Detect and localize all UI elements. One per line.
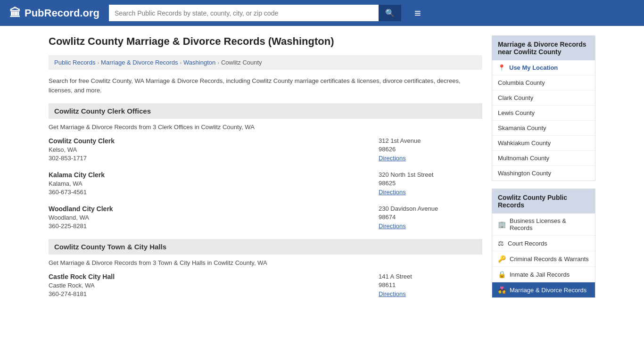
page-title: Cowlitz County Marriage & Divorce Record… xyxy=(49,35,482,48)
office-address-3: 230 Davidson Avenue xyxy=(379,205,482,212)
inmate-label: Inmate & Jail Records xyxy=(510,271,570,278)
clerk-section-desc: Get Marriage & Divorce Records from 3 Cl… xyxy=(49,123,482,131)
business-icon: 🏢 xyxy=(498,221,506,228)
sidebar-item-business-licenses[interactable]: 🏢 Business Licenses & Records xyxy=(492,214,595,236)
sidebar-county-clark[interactable]: Clark County xyxy=(492,90,595,106)
sidebar-county-multnomah[interactable]: Multnomah County xyxy=(492,151,595,166)
county-label-clark: Clark County xyxy=(498,94,533,101)
breadcrumb-public-records[interactable]: Public Records xyxy=(54,59,95,66)
sidebar-county-washington[interactable]: Washington County xyxy=(492,166,595,181)
office-entry-cowlitz-clerk: Cowlitz County Clerk Kelso, WA 302-853-1… xyxy=(49,137,482,162)
office-city-3: Woodland, WA xyxy=(49,214,369,221)
office-zip-3: 98674 xyxy=(379,214,482,221)
breadcrumb-cowlitz: Cowlitz County xyxy=(221,59,262,66)
cityhall-section-desc: Get Marriage & Divorce Records from 3 To… xyxy=(49,259,482,266)
office-entry-woodland-clerk: Woodland City Clerk Woodland, WA 360-225… xyxy=(49,205,482,230)
office-zip-2: 98625 xyxy=(379,180,482,187)
clerk-section-header: Cowlitz County Clerk Offices xyxy=(49,103,482,119)
office-right-2: 320 North 1st Street 98625 Directions xyxy=(379,171,482,196)
breadcrumb: Public Records › Marriage & Divorce Reco… xyxy=(49,55,482,70)
court-icon: ⚖ xyxy=(498,239,504,247)
menu-icon: ≡ xyxy=(414,7,421,19)
inmate-icon: 🔒 xyxy=(498,271,506,278)
sidebar-nearby-box: Marriage & Divorce Records near Cowlitz … xyxy=(492,35,595,181)
page-description: Search for free Cowlitz County, WA Marri… xyxy=(49,76,482,95)
criminal-icon: 🔑 xyxy=(498,255,506,263)
logo[interactable]: 🏛 PubRecord.org xyxy=(9,7,99,20)
marriage-icon: 💑 xyxy=(498,286,506,294)
county-label-columbia: Columbia County xyxy=(498,79,545,86)
breadcrumb-sep-1: › xyxy=(97,60,99,66)
sidebar-county-wahkiakum[interactable]: Wahkiakum County xyxy=(492,136,595,151)
breadcrumb-marriage-divorce[interactable]: Marriage & Divorce Records xyxy=(101,59,178,66)
breadcrumb-sep-3: › xyxy=(217,60,219,66)
office-phone-1: 302-853-1717 xyxy=(49,155,369,162)
location-icon: 📍 xyxy=(498,64,505,71)
office-name-2: Kalama City Clerk xyxy=(49,171,369,179)
search-icon: 🔍 xyxy=(385,9,395,17)
office-address-2: 320 North 1st Street xyxy=(379,171,482,178)
office-entry-kalama-clerk: Kalama City Clerk Kalama, WA 360-673-456… xyxy=(49,171,482,196)
office-address-1: 312 1st Avenue xyxy=(379,137,482,144)
office-left-2: Kalama City Clerk Kalama, WA 360-673-456… xyxy=(49,171,369,196)
sidebar-county-columbia[interactable]: Columbia County xyxy=(492,75,595,90)
office-left-1: Cowlitz County Clerk Kelso, WA 302-853-1… xyxy=(49,137,369,162)
office-zip-ch1: 98611 xyxy=(379,281,482,288)
office-right-3: 230 Davidson Avenue 98674 Directions xyxy=(379,205,482,230)
county-label-lewis: Lewis County xyxy=(498,109,535,116)
office-name-ch1: Castle Rock City Hall xyxy=(49,273,369,280)
county-label-washington: Washington County xyxy=(498,170,551,177)
site-header: 🏛 PubRecord.org 🔍 ≡ xyxy=(0,0,644,26)
logo-text: PubRecord.org xyxy=(25,7,99,19)
office-right-1: 312 1st Avenue 98626 Directions xyxy=(379,137,482,162)
use-location-label: Use My Location xyxy=(509,64,558,71)
directions-link-ch1[interactable]: Directions xyxy=(379,290,406,297)
office-entry-castle-rock: Castle Rock City Hall Castle Rock, WA 36… xyxy=(49,273,482,297)
county-label-skamania: Skamania County xyxy=(498,124,546,132)
office-phone-ch1: 360-274-8181 xyxy=(49,290,369,297)
court-label: Court Records xyxy=(508,240,547,247)
breadcrumb-washington[interactable]: Washington xyxy=(183,59,215,66)
sidebar-public-records-box: Cowlitz County Public Records 🏢 Business… xyxy=(492,189,595,298)
sidebar-item-inmate-records[interactable]: 🔒 Inmate & Jail Records xyxy=(492,267,595,282)
sidebar-item-criminal-records[interactable]: 🔑 Criminal Records & Warrants xyxy=(492,251,595,267)
directions-link-1[interactable]: Directions xyxy=(379,155,406,162)
sidebar-item-marriage-divorce[interactable]: 💑 Marriage & Divorce Records xyxy=(492,282,595,297)
sidebar-public-records-title: Cowlitz County Public Records xyxy=(492,189,595,214)
office-right-ch1: 141 A Street 98611 Directions xyxy=(379,273,482,297)
logo-icon: 🏛 xyxy=(9,7,21,20)
office-address-ch1: 141 A Street xyxy=(379,273,482,280)
marriage-label: Marriage & Divorce Records xyxy=(510,287,586,294)
county-label-wahkiakum: Wahkiakum County xyxy=(498,140,551,147)
office-phone-3: 360-225-8281 xyxy=(49,222,369,230)
cityhall-section-header: Cowlitz County Town & City Halls xyxy=(49,239,482,255)
main-container: Cowlitz County Marriage & Divorce Record… xyxy=(39,26,605,316)
office-name-3: Woodland City Clerk xyxy=(49,205,369,213)
search-button[interactable]: 🔍 xyxy=(379,5,401,21)
sidebar-nearby-title: Marriage & Divorce Records near Cowlitz … xyxy=(492,36,595,60)
office-city-1: Kelso, WA xyxy=(49,146,369,153)
office-phone-2: 360-673-4561 xyxy=(49,189,369,196)
directions-link-2[interactable]: Directions xyxy=(379,189,406,196)
sidebar-county-lewis[interactable]: Lewis County xyxy=(492,106,595,121)
breadcrumb-sep-2: › xyxy=(180,60,182,66)
search-bar: 🔍 xyxy=(109,5,401,21)
content-area: Cowlitz County Marriage & Divorce Record… xyxy=(49,35,482,307)
office-left-3: Woodland City Clerk Woodland, WA 360-225… xyxy=(49,205,369,230)
sidebar: Marriage & Divorce Records near Cowlitz … xyxy=(492,35,595,307)
menu-button[interactable]: ≡ xyxy=(414,7,421,20)
directions-link-3[interactable]: Directions xyxy=(379,222,406,230)
office-left-ch1: Castle Rock City Hall Castle Rock, WA 36… xyxy=(49,273,369,297)
sidebar-county-skamania[interactable]: Skamania County xyxy=(492,121,595,136)
sidebar-item-court-records[interactable]: ⚖ Court Records xyxy=(492,236,595,251)
business-label: Business Licenses & Records xyxy=(510,217,589,231)
search-input[interactable] xyxy=(109,5,379,21)
criminal-label: Criminal Records & Warrants xyxy=(510,255,589,263)
county-label-multnomah: Multnomah County xyxy=(498,155,549,162)
office-zip-1: 98626 xyxy=(379,146,482,153)
office-city-ch1: Castle Rock, WA xyxy=(49,282,369,289)
office-name-1: Cowlitz County Clerk xyxy=(49,137,369,145)
sidebar-use-location[interactable]: 📍 Use My Location xyxy=(492,60,595,75)
office-city-2: Kalama, WA xyxy=(49,180,369,187)
